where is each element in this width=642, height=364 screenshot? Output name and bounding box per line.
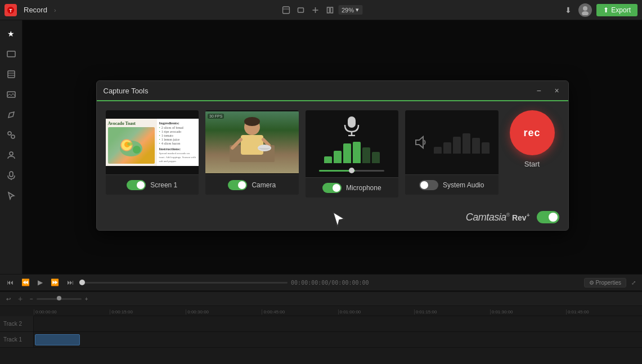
sidebar-icon-media[interactable] [2,45,20,63]
skip-back-button[interactable]: ⏮ [5,277,16,287]
zoom-slider[interactable] [37,298,82,300]
properties-label: Properties [595,280,621,286]
track-clip-1[interactable] [35,334,80,345]
dialog-minimize-button[interactable]: − [532,84,546,97]
timeline-controls: ↩ + − + [5,293,90,304]
dialog-body: Avocado Toast [97,101,568,206]
system-audio-toggle[interactable] [419,180,438,190]
record-button[interactable]: Record [20,5,51,15]
svg-rect-8 [330,7,333,13]
track-2-label: Track 2 [3,321,22,327]
mic-preview-content [306,110,399,177]
svg-rect-33 [348,116,356,128]
dialog-titlebar: Capture Tools − × [97,81,568,101]
svg-rect-19 [10,172,13,177]
camtasia-logo: Camtasia® Rev+ [466,212,530,223]
svg-rect-11 [7,51,15,57]
svg-rect-2 [282,7,289,14]
svg-point-25 [127,142,133,146]
main-canvas: Capture Tools − × Avocado Toast [23,20,642,291]
svg-point-17 [11,135,15,138]
download-icon[interactable]: ⬇ [563,3,574,17]
bar-3 [343,143,351,163]
sys-audio-content [405,125,499,159]
volume-slider[interactable] [319,170,384,172]
export-label: Export [611,6,631,14]
camtasia-italic: Camtasia [466,212,506,223]
step-forward-button[interactable]: ⏩ [48,277,61,287]
microphone-toggle[interactable] [322,183,342,193]
svg-point-9 [583,6,587,11]
sidebar-icon-library[interactable] [2,65,20,83]
modal-overlay: Capture Tools − × Avocado Toast [23,20,642,291]
ingredient-5: •4 slices bacon [159,142,196,145]
track-area-1[interactable] [34,332,642,347]
toolbar-btn-2[interactable] [294,4,307,16]
svg-text:T: T [9,8,12,14]
zoom-level: 29% [342,7,354,14]
svg-point-16 [8,132,11,135]
timeline-scrubber[interactable] [79,282,288,284]
ruler-mark-3: 0:00:45:00 [262,309,338,314]
ruler-mark-0: 0:00:00:00 [34,309,110,314]
camera-toggle[interactable] [228,180,247,190]
recipe-preview: Avocado Toast [106,119,199,166]
zoom-in-button[interactable]: + [83,295,90,303]
sidebar-icon-cursor[interactable] [2,187,20,205]
skip-forward-button[interactable]: ⏭ [65,277,76,287]
ruler-mark-5: 0:01:15:00 [414,309,490,314]
dialog-title: Capture Tools [104,87,149,95]
sys-audio-footer: System Audio [405,174,499,195]
track-row-2: Track 2 [0,316,642,332]
camtasia-rev-toggle[interactable] [537,211,559,223]
expand-button[interactable]: ⤢ [630,279,637,286]
gear-icon: ⚙ [589,280,594,286]
svg-rect-29 [241,135,263,155]
dialog-controls: − × [532,84,564,97]
timeline-tracks: Track 2 Track 1 [0,316,642,348]
sidebar-icon-mic[interactable] [2,167,20,185]
screen1-panel: Avocado Toast [106,110,199,195]
undo-button[interactable]: ↩ [5,295,12,303]
ruler-mark-7: 0:01:45:00 [566,309,642,314]
sidebar-icon-effects[interactable] [2,126,20,144]
track-row-1: Track 1 [0,332,642,348]
volume-knob [349,168,354,173]
toolbar-btn-3[interactable] [309,4,321,16]
toolbar-btn-1[interactable] [280,4,292,16]
track-label-2: Track 2 [0,316,34,331]
sidebar-icon-pen[interactable] [2,106,20,124]
instructions-text: Spread mashed avocado on toast. Add topp… [159,151,196,163]
screen1-toggle[interactable] [127,180,146,190]
export-button[interactable]: ⬆ Export [596,4,637,16]
mic-footer: Microphone [306,177,399,197]
sys-bar-5 [472,138,480,154]
zoom-chevron: ▾ [356,6,359,14]
camtasia-brand-text: Camtasia® [466,212,510,223]
bar-2 [334,151,342,163]
fps-label: 30 FPS [208,114,224,119]
track-area-2[interactable] [34,316,642,331]
top-bar-right: ⬇ ⬆ Export [563,3,637,17]
svg-point-28 [244,117,260,126]
recipe-right: Ingredients: •2 slices of bread •1 ripe … [157,119,199,166]
toolbar-btn-4[interactable] [324,4,336,16]
rec-button[interactable]: rec [510,110,555,155]
speaker-icon [414,134,429,150]
zoom-display[interactable]: 29% ▾ [338,5,362,15]
camera-footer: Camera [205,174,299,195]
breadcrumb-arrow: › [54,7,56,14]
registered-mark: ® [506,212,510,218]
properties-button[interactable]: ⚙ Properties [584,278,626,287]
svg-point-18 [10,152,13,155]
top-bar: T Record › 29% ▾ ⬇ ⬆ Export [0,0,642,20]
zoom-out-button[interactable]: − [28,295,35,303]
add-track-button[interactable]: + [15,293,26,304]
dialog-close-button[interactable]: × [550,84,564,97]
sidebar-icon-favorites[interactable]: ★ [2,25,20,43]
step-back-button[interactable]: ⏪ [19,277,32,287]
sidebar-icon-image[interactable] [2,86,20,104]
svg-rect-12 [8,71,15,78]
sidebar-icon-user[interactable] [2,146,20,164]
play-button[interactable]: ▶ [35,277,45,287]
